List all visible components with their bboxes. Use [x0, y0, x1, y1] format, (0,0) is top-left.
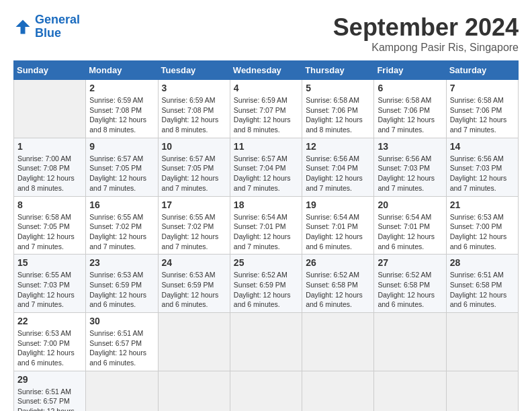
day-info: Sunrise: 7:00 AMSunset: 7:08 PMDaylight:… — [17, 154, 82, 193]
day-number: 7 — [450, 83, 515, 93]
calendar-cell: 27Sunrise: 6:52 AMSunset: 6:58 PMDayligh… — [374, 255, 446, 313]
calendar-cell: 19Sunrise: 6:54 AMSunset: 7:01 PMDayligh… — [302, 196, 374, 255]
calendar-table: SundayMondayTuesdayWednesdayThursdayFrid… — [13, 60, 519, 411]
logo-icon — [13, 17, 32, 36]
calendar-cell: 4Sunrise: 6:59 AMSunset: 7:07 PMDaylight… — [230, 80, 302, 138]
day-info: Sunrise: 6:58 AMSunset: 7:06 PMDaylight:… — [306, 95, 370, 135]
calendar-cell: 2Sunrise: 6:59 AMSunset: 7:08 PMDaylight… — [86, 80, 158, 138]
calendar-week-row: 1Sunrise: 7:00 AMSunset: 7:08 PMDaylight… — [14, 138, 519, 196]
header-friday: Friday — [374, 61, 446, 80]
day-info: Sunrise: 6:57 AMSunset: 7:04 PMDaylight:… — [234, 154, 298, 193]
header-monday: Monday — [86, 61, 158, 80]
day-number: 2 — [89, 83, 154, 93]
day-number: 30 — [89, 316, 154, 326]
day-info: Sunrise: 6:55 AMSunset: 7:03 PMDaylight:… — [17, 270, 82, 310]
calendar-cell — [14, 80, 86, 138]
calendar-cell — [302, 313, 374, 371]
calendar-cell: 18Sunrise: 6:54 AMSunset: 7:01 PMDayligh… — [230, 196, 302, 255]
day-number: 24 — [162, 257, 226, 268]
day-info: Sunrise: 6:56 AMSunset: 7:04 PMDaylight:… — [306, 154, 370, 193]
calendar-cell: 15Sunrise: 6:55 AMSunset: 7:03 PMDayligh… — [14, 255, 86, 313]
calendar-cell: 17Sunrise: 6:55 AMSunset: 7:02 PMDayligh… — [158, 196, 230, 255]
day-info: Sunrise: 6:57 AMSunset: 7:05 PMDaylight:… — [162, 154, 226, 193]
calendar-cell: 12Sunrise: 6:56 AMSunset: 7:04 PMDayligh… — [302, 138, 374, 196]
day-info: Sunrise: 6:55 AMSunset: 7:02 PMDaylight:… — [89, 212, 154, 252]
day-info: Sunrise: 6:51 AMSunset: 6:57 PMDaylight:… — [89, 328, 154, 368]
day-info: Sunrise: 6:57 AMSunset: 7:05 PMDaylight:… — [89, 154, 154, 193]
day-number: 14 — [450, 141, 515, 152]
day-number: 20 — [378, 199, 442, 210]
day-number: 18 — [234, 199, 298, 210]
day-number: 17 — [162, 199, 226, 210]
calendar-cell — [302, 371, 374, 411]
calendar-cell — [446, 313, 518, 371]
calendar-header-row: SundayMondayTuesdayWednesdayThursdayFrid… — [14, 61, 519, 80]
calendar-cell: 22Sunrise: 6:53 AMSunset: 7:00 PMDayligh… — [14, 313, 86, 371]
day-info: Sunrise: 6:53 AMSunset: 7:00 PMDaylight:… — [17, 328, 82, 368]
calendar-cell: 16Sunrise: 6:55 AMSunset: 7:02 PMDayligh… — [86, 196, 158, 255]
calendar-cell: 9Sunrise: 6:57 AMSunset: 7:05 PMDaylight… — [86, 138, 158, 196]
calendar-cell: 8Sunrise: 6:58 AMSunset: 7:05 PMDaylight… — [14, 196, 86, 255]
day-info: Sunrise: 6:53 AMSunset: 6:59 PMDaylight:… — [162, 270, 226, 310]
day-info: Sunrise: 6:53 AMSunset: 7:00 PMDaylight:… — [450, 212, 515, 252]
day-info: Sunrise: 6:59 AMSunset: 7:07 PMDaylight:… — [234, 95, 298, 135]
calendar-cell — [374, 313, 446, 371]
calendar-cell: 5Sunrise: 6:58 AMSunset: 7:06 PMDaylight… — [302, 80, 374, 138]
logo: General Blue — [13, 13, 80, 40]
day-number: 11 — [234, 141, 298, 152]
day-info: Sunrise: 6:51 AMSunset: 6:58 PMDaylight:… — [450, 270, 515, 310]
page-header: General Blue September 2024 Kampong Pasi… — [13, 13, 519, 54]
header-thursday: Thursday — [302, 61, 374, 80]
day-number: 25 — [234, 257, 298, 268]
day-info: Sunrise: 6:55 AMSunset: 7:02 PMDaylight:… — [162, 212, 226, 252]
logo-blue: Blue — [35, 26, 61, 40]
day-number: 3 — [162, 83, 226, 93]
day-info: Sunrise: 6:59 AMSunset: 7:08 PMDaylight:… — [162, 95, 226, 135]
day-info: Sunrise: 6:53 AMSunset: 6:59 PMDaylight:… — [89, 270, 154, 310]
day-info: Sunrise: 6:58 AMSunset: 7:06 PMDaylight:… — [378, 95, 442, 135]
day-info: Sunrise: 6:52 AMSunset: 6:58 PMDaylight:… — [378, 270, 442, 310]
day-number: 5 — [306, 83, 370, 93]
day-number: 4 — [234, 83, 298, 93]
day-number: 23 — [89, 257, 154, 268]
calendar-week-row: 15Sunrise: 6:55 AMSunset: 7:03 PMDayligh… — [14, 255, 519, 313]
calendar-cell — [230, 371, 302, 411]
logo-general: General — [35, 13, 80, 26]
title-area: September 2024 Kampong Pasir Ris, Singap… — [333, 13, 519, 54]
day-info: Sunrise: 6:52 AMSunset: 6:58 PMDaylight:… — [306, 270, 370, 310]
day-number: 1 — [17, 141, 82, 152]
calendar-cell: 10Sunrise: 6:57 AMSunset: 7:05 PMDayligh… — [158, 138, 230, 196]
day-number: 12 — [306, 141, 370, 152]
calendar-cell: 13Sunrise: 6:56 AMSunset: 7:03 PMDayligh… — [374, 138, 446, 196]
calendar-cell — [230, 313, 302, 371]
logo-text: General Blue — [35, 13, 80, 40]
calendar-week-row: 22Sunrise: 6:53 AMSunset: 7:00 PMDayligh… — [14, 313, 519, 371]
day-info: Sunrise: 6:58 AMSunset: 7:05 PMDaylight:… — [17, 212, 82, 252]
header-saturday: Saturday — [446, 61, 518, 80]
calendar-cell — [86, 371, 158, 411]
calendar-cell: 11Sunrise: 6:57 AMSunset: 7:04 PMDayligh… — [230, 138, 302, 196]
day-number: 15 — [17, 257, 82, 268]
day-number: 9 — [89, 141, 154, 152]
location-subtitle: Kampong Pasir Ris, Singapore — [333, 42, 519, 54]
month-title: September 2024 — [333, 13, 519, 42]
header-tuesday: Tuesday — [158, 61, 230, 80]
day-info: Sunrise: 6:54 AMSunset: 7:01 PMDaylight:… — [234, 212, 298, 252]
day-info: Sunrise: 6:52 AMSunset: 6:59 PMDaylight:… — [234, 270, 298, 310]
calendar-cell — [374, 371, 446, 411]
calendar-cell: 14Sunrise: 6:56 AMSunset: 7:03 PMDayligh… — [446, 138, 518, 196]
calendar-cell: 23Sunrise: 6:53 AMSunset: 6:59 PMDayligh… — [86, 255, 158, 313]
calendar-cell: 30Sunrise: 6:51 AMSunset: 6:57 PMDayligh… — [86, 313, 158, 371]
calendar-cell — [158, 371, 230, 411]
day-number: 28 — [450, 257, 515, 268]
day-number: 13 — [378, 141, 442, 152]
day-number: 21 — [450, 199, 515, 210]
day-info: Sunrise: 6:56 AMSunset: 7:03 PMDaylight:… — [378, 154, 442, 193]
day-number: 22 — [17, 316, 82, 326]
day-info: Sunrise: 6:51 AMSunset: 6:57 PMDaylight:… — [17, 387, 82, 411]
day-info: Sunrise: 6:59 AMSunset: 7:08 PMDaylight:… — [89, 95, 154, 135]
calendar-cell: 7Sunrise: 6:58 AMSunset: 7:06 PMDaylight… — [446, 80, 518, 138]
day-number: 26 — [306, 257, 370, 268]
day-number: 16 — [89, 199, 154, 210]
calendar-cell: 21Sunrise: 6:53 AMSunset: 7:00 PMDayligh… — [446, 196, 518, 255]
